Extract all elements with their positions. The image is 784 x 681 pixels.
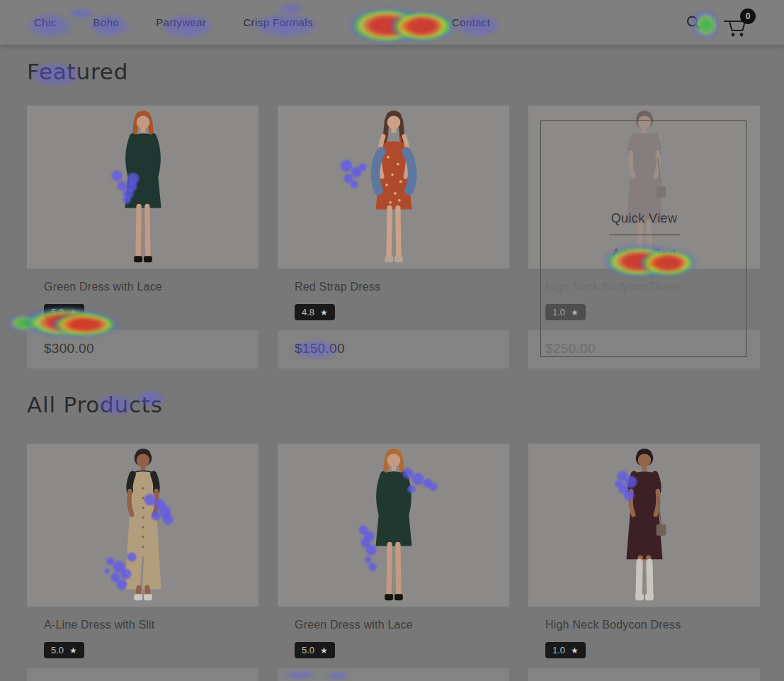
rating-badge: 5.0★: [44, 304, 84, 320]
product-title: Red Strap Dress: [295, 281, 492, 293]
product-footer: $250.00: [528, 330, 760, 368]
featured-grid: Green Dress with Lace5.0★$300.00Red Stra…: [27, 106, 760, 368]
star-icon: ★: [320, 308, 328, 317]
all-products-heading: All Products: [27, 392, 760, 417]
product-card[interactable]: High Neck Bodycon Dress1.0★: [528, 444, 760, 681]
product-title: Green Dress with Lace: [295, 619, 492, 631]
nav-item-partywear[interactable]: Partywear: [156, 16, 206, 28]
star-icon: ★: [320, 646, 328, 655]
product-price: $300.00: [44, 341, 242, 356]
star-icon: ★: [69, 646, 77, 655]
nav-item-crisp-formals[interactable]: Crisp Formals: [243, 16, 313, 28]
product-footer: $300.00: [27, 330, 259, 368]
rating-badge: 5.0★: [295, 642, 335, 658]
rating-value: 4.8: [302, 307, 314, 317]
product-price: $150.00: [295, 341, 492, 356]
product-photo[interactable]: [278, 106, 509, 269]
product-card[interactable]: Green Dress with Lace5.0★$300.00: [27, 106, 259, 368]
nav-item-chic[interactable]: Chic: [34, 16, 57, 28]
product-title: High Neck Bodycon Dress: [545, 619, 743, 631]
quick-view-button[interactable]: Quick View: [611, 211, 678, 226]
nav-item-boho[interactable]: Boho: [93, 16, 120, 28]
cart-button[interactable]: 0: [723, 7, 756, 38]
product-title: A-Line Dress with Slit: [44, 619, 242, 631]
rating-badge: 4.8★: [295, 304, 335, 320]
product-title: Green Dress with Lace: [44, 281, 242, 293]
rating-badge: 5.0★: [44, 642, 84, 658]
product-info: Green Dress with Lace5.0★: [278, 607, 509, 668]
product-card[interactable]: Green Dress with Lace5.0★: [278, 444, 509, 681]
product-photo[interactable]: [278, 444, 509, 607]
product-footer: [27, 668, 259, 681]
product-info: High Neck Bodycon Dress1.0★: [528, 269, 760, 330]
product-card[interactable]: Quick ViewAdd to CartHigh Neck Bodycon D…: [528, 106, 760, 368]
product-footer: $150.00: [278, 330, 509, 368]
product-info: Green Dress with Lace5.0★: [27, 269, 259, 330]
rating-value: 1.0: [552, 307, 565, 317]
rating-value: 5.0: [51, 307, 64, 317]
nav-divider: [712, 14, 713, 31]
all-products-grid: A-Line Dress with Slit5.0★Green Dress wi…: [27, 444, 760, 681]
product-info: High Neck Bodycon Dress1.0★: [528, 607, 760, 668]
product-info: A-Line Dress with Slit5.0★: [27, 607, 259, 668]
product-photo[interactable]: [528, 444, 760, 607]
cart-count-badge: 0: [740, 9, 756, 24]
top-nav-bar: Chic Boho Partywear Crisp Formals Contac…: [0, 0, 784, 45]
nav-actions: 0: [684, 7, 756, 38]
rating-badge: 1.0★: [545, 642, 586, 658]
product-title: High Neck Bodycon Dress: [545, 281, 743, 293]
product-price: $250.00: [545, 341, 743, 356]
rating-value: 5.0: [302, 645, 314, 655]
product-photo[interactable]: [27, 106, 259, 269]
main-nav: Chic Boho Partywear Crisp Formals Contac…: [34, 16, 490, 29]
product-footer: [278, 668, 509, 681]
hover-actions: Quick ViewAdd to Cart: [528, 106, 760, 261]
search-icon[interactable]: [684, 13, 703, 32]
nav-item-contact[interactable]: Contact: [452, 16, 491, 28]
star-icon: ★: [571, 646, 579, 655]
product-photo[interactable]: [27, 444, 259, 607]
quick-view-underline: [609, 235, 680, 235]
product-card[interactable]: A-Line Dress with Slit5.0★: [27, 444, 259, 681]
star-icon: ★: [69, 308, 77, 317]
rating-value: 5.0: [51, 645, 64, 655]
star-icon: ★: [571, 308, 579, 317]
featured-heading: Featured: [27, 59, 760, 84]
add-to-cart-button[interactable]: Add to Cart: [612, 247, 676, 261]
rating-badge: 1.0★: [545, 304, 586, 320]
product-info: Red Strap Dress4.8★: [278, 269, 509, 330]
product-footer: [528, 668, 760, 681]
nav-item-obscured[interactable]: [350, 16, 415, 29]
product-card[interactable]: Red Strap Dress4.8★$150.00: [278, 106, 509, 368]
rating-value: 1.0: [552, 645, 565, 655]
page-content: Featured Green Dress with Lace5.0★$300.0…: [0, 59, 784, 681]
